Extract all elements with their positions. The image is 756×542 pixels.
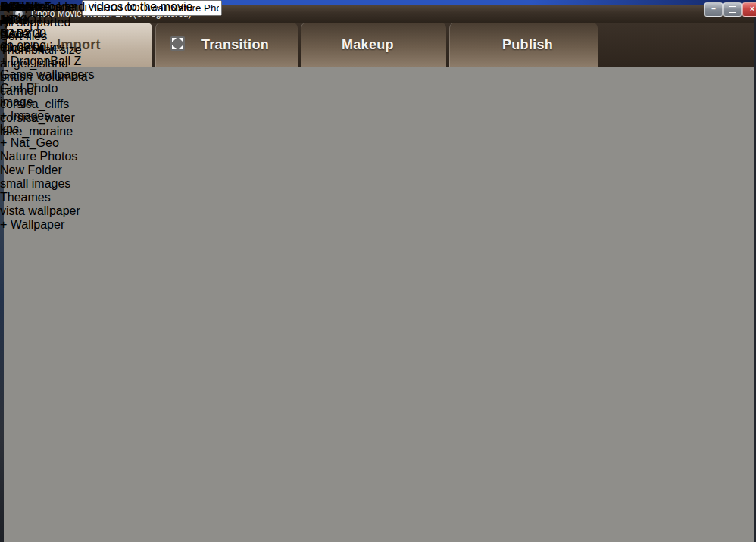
thumbnail-carmel[interactable]: carmel <box>0 84 222 98</box>
tree-item-label: small images <box>0 177 70 190</box>
thumbnail-corsica-cliffs[interactable]: corsica_cliffs <box>0 98 222 111</box>
close-button[interactable]: × <box>742 2 756 17</box>
minimize-icon: – <box>711 5 716 13</box>
tree-item-theames[interactable]: Theames <box>0 191 95 204</box>
maximize-button[interactable] <box>723 2 742 17</box>
close-icon: × <box>750 5 754 13</box>
thumbnail-angel-island[interactable]: angel_island <box>0 57 222 70</box>
tab-publish-label: Publish <box>502 37 553 53</box>
tree-item-label: New Folder <box>0 164 62 176</box>
timeline-scroll-left-icon[interactable]: ◂ <box>0 0 6 14</box>
thumbnail-label: corsica_cliffs <box>0 98 222 111</box>
clip-duration-badge: 00:02'00 <box>0 41 46 55</box>
transition-selector[interactable]: None None <box>0 14 46 41</box>
thumbnail-label: corsica_water <box>0 111 222 125</box>
timeline-scrollbar[interactable]: ◂ ▸ <box>0 0 6 29</box>
clip-card[interactable]: 1 None None 00:02'00 <box>0 0 46 55</box>
thumbnail-label: lake_moraine <box>0 125 222 139</box>
tree-item-wallpaper[interactable]: + Wallpaper <box>0 218 95 232</box>
tree-item-vista-wallpaper[interactable]: vista wallpaper <box>0 204 95 218</box>
tree-item-nature-photos[interactable]: Nature Photos <box>0 150 95 164</box>
tree-item-new-folder[interactable]: New Folder <box>0 164 95 177</box>
thumbnail-label: carmel <box>0 84 222 98</box>
thumbnail-corsica-water[interactable]: corsica_water <box>0 111 222 125</box>
minimize-button[interactable]: – <box>704 2 723 17</box>
expand-icon[interactable]: + <box>0 218 7 231</box>
thumbnail-lake-moraine[interactable]: lake_moraine <box>0 125 222 139</box>
tree-item-small-images[interactable]: small images <box>0 177 95 191</box>
transition-name-reflection: None <box>0 27 46 41</box>
thumbnail-british-columbia[interactable]: british_columbia <box>0 70 222 84</box>
tab-makeup-label: Makeup <box>342 37 394 53</box>
tree-item-label: Wallpaper <box>11 218 64 231</box>
tree-item-label-selected: Nature Photos <box>0 150 77 163</box>
transition-name: None <box>0 14 46 27</box>
thumbnail-label: angel_island <box>0 57 222 70</box>
maximize-icon <box>729 6 736 13</box>
tab-publish[interactable]: Publish <box>449 23 598 67</box>
tree-item-label: Theames <box>0 191 51 204</box>
tree-item-label: vista wallpaper <box>0 204 80 217</box>
tab-makeup[interactable]: Makeup <box>301 23 446 67</box>
timeline-scroll-right-icon[interactable]: ▸ <box>0 14 6 29</box>
thumbnail-label: british_columbia <box>0 70 222 84</box>
